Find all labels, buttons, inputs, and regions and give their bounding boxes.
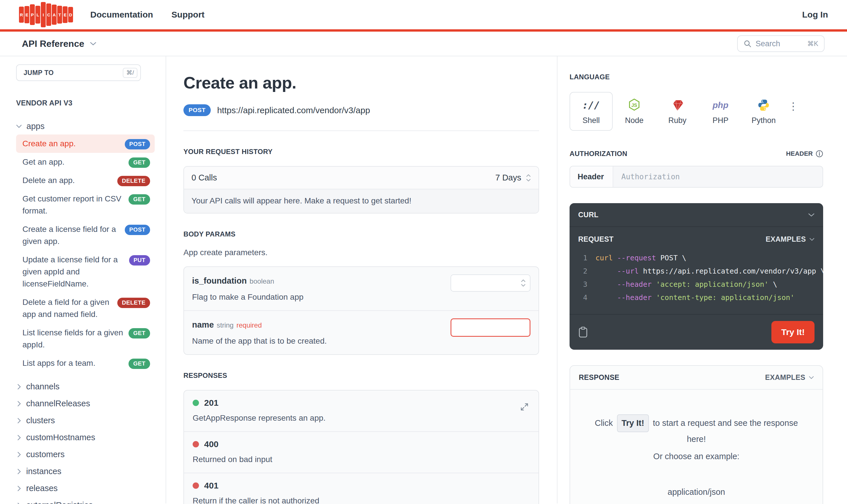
language-option-ruby[interactable]: Ruby bbox=[656, 92, 699, 131]
method-badge-delete: DELETE bbox=[117, 176, 150, 186]
logo-letter: E bbox=[24, 6, 29, 23]
param-required-flag: required bbox=[236, 321, 262, 329]
line-number: 1 bbox=[574, 251, 587, 265]
language-label: Ruby bbox=[668, 116, 686, 125]
sidebar-endpoint[interactable]: Get an app.GET bbox=[16, 153, 155, 171]
chevron-right-icon bbox=[17, 486, 21, 491]
response-hint: Click Try It! to start a request and see… bbox=[584, 414, 808, 446]
authorization-input-group: Header Authorization bbox=[569, 166, 823, 187]
chevron-down-icon bbox=[809, 376, 814, 379]
jump-to-input[interactable]: JUMP TO ⌘/ bbox=[16, 65, 141, 81]
response-code-line: 400 bbox=[193, 439, 530, 449]
language-option-php[interactable]: phpPHP bbox=[699, 92, 742, 131]
hint-suffix: to start a request and see the response … bbox=[653, 418, 798, 444]
svg-text:JS: JS bbox=[631, 103, 637, 108]
authorization-input[interactable]: Authorization bbox=[613, 166, 823, 187]
navbar-link-support[interactable]: Support bbox=[171, 10, 205, 20]
sidebar-group-customers[interactable]: customers bbox=[16, 446, 165, 463]
search-input[interactable]: Search ⌘K bbox=[737, 35, 825, 52]
param-row: is_foundationbooleanFlag to make a Found… bbox=[184, 267, 539, 311]
sidebar-endpoint[interactable]: Delete a field for a given app and named… bbox=[16, 293, 155, 324]
chevron-right-icon bbox=[17, 418, 21, 424]
logo-letter: C bbox=[46, 3, 51, 26]
endpoint-label: Get an app. bbox=[22, 156, 124, 168]
sidebar-group-clusters[interactable]: clusters bbox=[16, 412, 165, 429]
param-type: boolean bbox=[250, 277, 274, 285]
sidebar: JUMP TO ⌘/ VENDOR API V3 apps Create an … bbox=[0, 56, 166, 503]
history-range-select[interactable]: 7 Days bbox=[495, 173, 531, 182]
copy-icon[interactable] bbox=[578, 326, 588, 338]
response-title: RESPONSE bbox=[579, 373, 619, 382]
code-line: 3 --header 'accept: application/json' \ bbox=[574, 278, 814, 291]
sidebar-endpoint[interactable]: Update a license field for a given appId… bbox=[16, 251, 155, 293]
line-number: 2 bbox=[574, 265, 587, 278]
logo-letter: T bbox=[57, 6, 62, 23]
line-number: 4 bbox=[574, 291, 587, 304]
language-label: Shell bbox=[582, 116, 600, 125]
sidebar-endpoint[interactable]: Create an app.POST bbox=[16, 134, 155, 153]
php-icon: php bbox=[713, 98, 728, 112]
chevron-down-icon[interactable] bbox=[808, 213, 814, 217]
sidebar-endpoint[interactable]: Create a license field for a given app.P… bbox=[16, 220, 155, 251]
sidebar-group-channels[interactable]: channels bbox=[16, 378, 165, 395]
language-option-node[interactable]: JSNode bbox=[613, 92, 656, 131]
authorization-type-label: HEADER bbox=[786, 150, 813, 158]
sidebar-endpoint[interactable]: Delete an app.DELETE bbox=[16, 171, 155, 190]
jump-to-label: JUMP TO bbox=[23, 69, 54, 77]
expand-icon[interactable] bbox=[520, 402, 529, 411]
shell-icon: :// bbox=[582, 98, 600, 112]
request-examples-label: EXAMPLES bbox=[766, 235, 806, 244]
chevron-right-icon bbox=[17, 435, 21, 440]
authorization-heading: AUTHORIZATION bbox=[569, 150, 627, 158]
accent-bar bbox=[0, 29, 847, 32]
sidebar-group-apps[interactable]: apps bbox=[16, 122, 165, 131]
response-row-400: 400Returned on bad input bbox=[184, 432, 539, 473]
sidebar-collapsed-groups: channelschannelReleasesclusterscustomHos… bbox=[16, 378, 165, 504]
code-line: 1curl --request POST \ bbox=[574, 251, 814, 265]
info-icon[interactable] bbox=[816, 150, 823, 158]
request-history-header: 0 Calls 7 Days bbox=[184, 167, 539, 190]
param-input-name[interactable] bbox=[451, 318, 530, 337]
try-it-button[interactable]: Try It! bbox=[771, 321, 814, 343]
updown-chevron-icon bbox=[521, 279, 526, 287]
language-label: Node bbox=[625, 116, 644, 125]
language-label: Python bbox=[752, 116, 776, 125]
endpoint-label: Delete a field for a given app and named… bbox=[22, 296, 113, 320]
api-reference-dropdown[interactable]: API Reference bbox=[22, 38, 96, 49]
sidebar-endpoint[interactable]: List license fields for a given appId.GE… bbox=[16, 324, 155, 354]
language-heading: LANGUAGE bbox=[569, 73, 823, 81]
code-token: --header bbox=[617, 280, 656, 288]
language-option-shell[interactable]: ://Shell bbox=[569, 92, 613, 131]
param-select-is_foundation[interactable] bbox=[451, 274, 530, 292]
sidebar-group-externalRegistries[interactable]: externalRegistries bbox=[16, 497, 165, 504]
sidebar-endpoint[interactable]: Get customer report in CSV format.GET bbox=[16, 190, 155, 220]
code-token: POST \ bbox=[660, 254, 686, 262]
response-examples-dropdown[interactable]: EXAMPLES bbox=[765, 373, 814, 382]
body-params-heading: BODY PARAMS bbox=[183, 230, 539, 238]
sidebar-group-releases[interactable]: releases bbox=[16, 480, 165, 497]
more-languages-icon[interactable]: ⋮ bbox=[788, 104, 798, 109]
main-content: Create an app. POST https://api.replicat… bbox=[166, 56, 557, 503]
group-name: customers bbox=[26, 450, 65, 459]
example-content-type[interactable]: application/json bbox=[584, 485, 808, 499]
method-badge-put: PUT bbox=[129, 255, 151, 266]
code-line: 4 --header 'content-type: application/js… bbox=[574, 291, 814, 304]
chevron-right-icon bbox=[17, 452, 21, 457]
login-link[interactable]: Log In bbox=[802, 10, 828, 20]
language-option-python[interactable]: Python bbox=[742, 92, 785, 131]
replicated-logo[interactable]: REPLICATED bbox=[19, 2, 73, 27]
sidebar-group-instances[interactable]: instances bbox=[16, 463, 165, 480]
sidebar-group-customHostnames[interactable]: customHostnames bbox=[16, 429, 165, 446]
top-navbar: REPLICATED DocumentationSupport Log In bbox=[0, 0, 847, 29]
error-dot bbox=[193, 483, 199, 489]
request-examples-dropdown[interactable]: EXAMPLES bbox=[766, 235, 814, 244]
sidebar-group-channelReleases[interactable]: channelReleases bbox=[16, 395, 165, 412]
navbar-link-documentation[interactable]: Documentation bbox=[90, 10, 153, 20]
body-params-intro: App create parameters. bbox=[183, 248, 539, 257]
sidebar-endpoint[interactable]: List apps for a team.GET bbox=[16, 354, 155, 373]
logo-letter: A bbox=[52, 5, 57, 25]
ruby-icon bbox=[671, 98, 684, 112]
search-placeholder: Search bbox=[756, 39, 803, 48]
chevron-down-icon bbox=[809, 238, 814, 241]
curl-panel-header[interactable]: CURL bbox=[569, 203, 823, 227]
